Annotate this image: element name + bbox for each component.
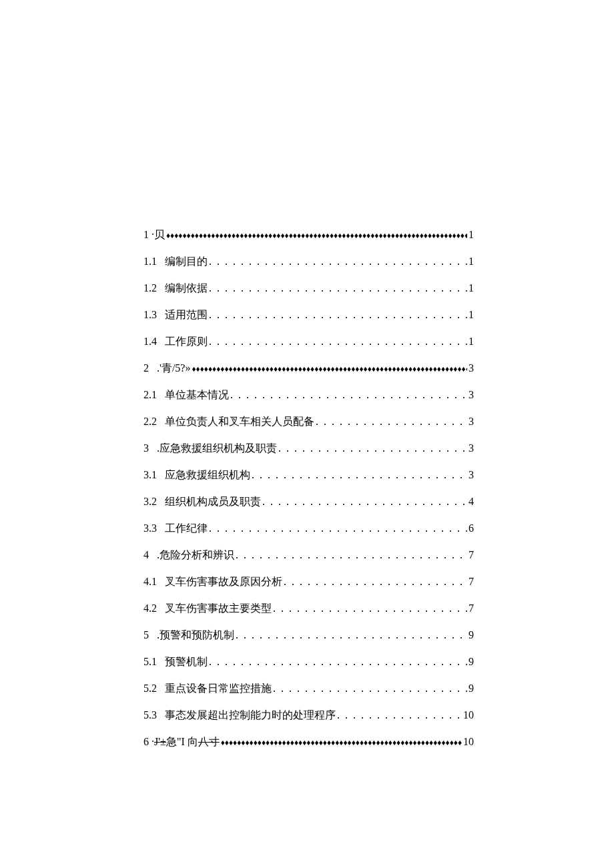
toc-title: 事态发展超出控制能力时的处理程序: [165, 707, 336, 723]
toc-leader: . . . . . . . . . . . . . . . . . . . . …: [209, 280, 467, 296]
toc-number: 6: [143, 734, 149, 750]
toc-title: 预警机制: [165, 654, 208, 670]
toc-page: 7: [469, 547, 474, 563]
toc-page: 6: [469, 520, 474, 536]
toc-leader: . . . . . . . . . . . . . . . . . . . . …: [230, 387, 467, 403]
toc-title: 重点设备日常监控措施: [165, 681, 272, 697]
toc-number: 4.2: [143, 600, 157, 616]
toc-number: 2: [143, 360, 149, 376]
toc-leader: . . . . . . . . . . . . . . . . . . . . …: [284, 574, 467, 590]
toc-leader: ♦♦♦♦♦♦♦♦♦♦♦♦♦♦♦♦♦♦♦♦♦♦♦♦♦♦♦♦♦♦♦♦♦♦♦♦♦♦♦♦…: [166, 230, 467, 242]
toc-page: 1: [469, 227, 474, 243]
toc-number: 3.1: [143, 467, 157, 483]
toc-leader: . . . . . . . . . . . . . . . . . . . . …: [262, 494, 467, 510]
toc-entry: 1.4工作原则. . . . . . . . . . . . . . . . .…: [143, 334, 474, 350]
toc-leader: . . . . . . . . . . . . . . . . . . . . …: [236, 547, 467, 563]
toc-title: 工作原则: [165, 334, 208, 350]
toc-leader: . . . . . . . . . . . . . . . . . . . . …: [209, 254, 467, 270]
toc-title: .应急救援组织机构及职责: [157, 440, 277, 456]
toc-number: 1: [143, 227, 149, 243]
toc-title: .预警和预防机制: [157, 627, 234, 643]
toc-entry: 5.2重点设备日常监控措施. . . . . . . . . . . . . .…: [143, 681, 474, 697]
toc-title: 叉车伤害事故主要类型: [165, 600, 272, 616]
toc-entry: 1·贝♦♦♦♦♦♦♦♦♦♦♦♦♦♦♦♦♦♦♦♦♦♦♦♦♦♦♦♦♦♦♦♦♦♦♦♦♦…: [143, 227, 474, 243]
toc-title: 单位基本情况: [165, 387, 229, 403]
toc-number: 4.1: [143, 574, 157, 590]
toc-leader: . . . . . . . . . . . . . . . . . . . . …: [252, 467, 467, 483]
toc-entry: 6·J'±急"I 向八寸♦♦♦♦♦♦♦♦♦♦♦♦♦♦♦♦♦♦♦♦♦♦♦♦♦♦♦♦…: [143, 734, 474, 750]
toc-number: 2.2: [143, 414, 157, 430]
toc-leader: . . . . . . . . . . . . . . . . . . . . …: [209, 654, 467, 670]
toc-number: 1.2: [143, 280, 157, 296]
toc-leader: . . . . . . . . . . . . . . . . . . . . …: [209, 307, 467, 323]
toc-entry: 4.2叉车伤害事故主要类型. . . . . . . . . . . . . .…: [143, 600, 474, 616]
toc-number: 1.1: [143, 254, 157, 270]
toc-entry: 1.3适用范围. . . . . . . . . . . . . . . . .…: [143, 307, 474, 323]
toc-title: 组织机构成员及职责: [165, 494, 261, 510]
toc-entry: 1.1编制目的. . . . . . . . . . . . . . . . .…: [143, 254, 474, 270]
toc-page: 3: [469, 414, 474, 430]
toc-number: 3.3: [143, 520, 157, 536]
toc-leader: ♦♦♦♦♦♦♦♦♦♦♦♦♦♦♦♦♦♦♦♦♦♦♦♦♦♦♦♦♦♦♦♦♦♦♦♦♦♦♦♦…: [192, 363, 467, 375]
toc-page: 9: [469, 654, 474, 670]
toc-title: .危险分析和辨识: [157, 547, 234, 563]
toc-number: 3.2: [143, 494, 157, 510]
toc-leader: . . . . . . . . . . . . . . . . . . . . …: [278, 440, 467, 456]
toc-page: 1: [469, 334, 474, 350]
toc-title: 工作纪律: [165, 520, 208, 536]
toc-entry: 5.预警和预防机制. . . . . . . . . . . . . . . .…: [143, 627, 474, 643]
toc-title: ·J'±急"I 向八寸: [151, 734, 220, 750]
toc-entry: 3.应急救援组织机构及职责. . . . . . . . . . . . . .…: [143, 440, 474, 456]
toc-title: 应急救援组织机构: [165, 467, 250, 483]
toc-number: 3: [143, 440, 149, 456]
toc-title: 单位负责人和叉车相关人员配备: [165, 414, 314, 430]
toc-page: 1: [469, 307, 474, 323]
toc-leader: . . . . . . . . . . . . . . . . . . . . …: [209, 334, 467, 350]
toc-number: 5.3: [143, 707, 157, 723]
table-of-contents: 1·贝♦♦♦♦♦♦♦♦♦♦♦♦♦♦♦♦♦♦♦♦♦♦♦♦♦♦♦♦♦♦♦♦♦♦♦♦♦…: [143, 227, 474, 750]
toc-page: 4: [469, 494, 474, 510]
toc-page: 3: [469, 467, 474, 483]
toc-page: 7: [469, 600, 474, 616]
toc-page: 3: [469, 387, 474, 403]
toc-page: 1: [469, 280, 474, 296]
toc-number: 5.1: [143, 654, 157, 670]
toc-entry: 3.3工作纪律. . . . . . . . . . . . . . . . .…: [143, 520, 474, 536]
toc-leader: ♦♦♦♦♦♦♦♦♦♦♦♦♦♦♦♦♦♦♦♦♦♦♦♦♦♦♦♦♦♦♦♦♦♦♦♦♦♦♦♦…: [221, 737, 462, 749]
toc-entry: 3.1应急救援组织机构. . . . . . . . . . . . . . .…: [143, 467, 474, 483]
toc-leader: . . . . . . . . . . . . . . . . . . . . …: [236, 627, 467, 643]
toc-entry: 5.1预警机制. . . . . . . . . . . . . . . . .…: [143, 654, 474, 670]
toc-entry: 2.'青/5?»♦♦♦♦♦♦♦♦♦♦♦♦♦♦♦♦♦♦♦♦♦♦♦♦♦♦♦♦♦♦♦♦…: [143, 360, 474, 376]
toc-title: 编制依据: [165, 280, 208, 296]
toc-entry: 2.2单位负责人和叉车相关人员配备. . . . . . . . . . . .…: [143, 414, 474, 430]
toc-entry: 3.2组织机构成员及职责. . . . . . . . . . . . . . …: [143, 494, 474, 510]
toc-entry: 4.危险分析和辨识 . . . . . . . . . . . . . . . …: [143, 547, 474, 563]
toc-page: 3: [469, 440, 474, 456]
toc-page: 1: [469, 254, 474, 270]
toc-title: ·贝: [151, 227, 165, 243]
toc-entry: 4.1叉车伤害事故及原因分析. . . . . . . . . . . . . …: [143, 574, 474, 590]
toc-page: 9: [469, 627, 474, 643]
toc-leader: . . . . . . . . . . . . . . . . . . . . …: [316, 414, 467, 430]
toc-number: 2.1: [143, 387, 157, 403]
toc-leader: . . . . . . . . . . . . . . . . . . . . …: [273, 681, 467, 697]
toc-title: 叉车伤害事故及原因分析: [165, 574, 282, 590]
toc-number: 1.4: [143, 334, 157, 350]
toc-number: 1.3: [143, 307, 157, 323]
toc-number: 4: [143, 547, 149, 563]
toc-page: 10: [463, 734, 474, 750]
toc-page: 9: [469, 681, 474, 697]
toc-number: 5: [143, 627, 149, 643]
toc-leader: . . . . . . . . . . . . . . . . . . . . …: [337, 707, 462, 723]
toc-entry: 5.3事态发展超出控制能力时的处理程序. . . . . . . . . . .…: [143, 707, 474, 723]
toc-entry: 1.2编制依据. . . . . . . . . . . . . . . . .…: [143, 280, 474, 296]
toc-page: 3: [469, 360, 474, 376]
toc-title: 适用范围: [165, 307, 208, 323]
toc-leader: . . . . . . . . . . . . . . . . . . . . …: [273, 600, 467, 616]
toc-page: 10: [463, 707, 474, 723]
toc-number: 5.2: [143, 681, 157, 697]
toc-title: .'青/5?»: [157, 360, 190, 376]
toc-leader: . . . . . . . . . . . . . . . . . . . . …: [209, 520, 467, 536]
toc-entry: 2.1单位基本情况. . . . . . . . . . . . . . . .…: [143, 387, 474, 403]
toc-page: 7: [469, 574, 474, 590]
